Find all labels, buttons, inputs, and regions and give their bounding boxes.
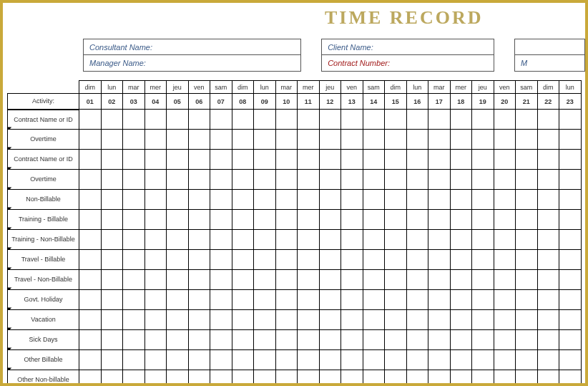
time-cell[interactable] xyxy=(275,350,298,370)
time-cell[interactable] xyxy=(363,250,385,270)
time-cell[interactable] xyxy=(428,150,451,170)
time-cell[interactable] xyxy=(232,350,254,370)
time-cell[interactable] xyxy=(494,290,516,310)
time-cell[interactable] xyxy=(101,210,123,230)
time-cell[interactable] xyxy=(101,250,123,270)
time-cell[interactable] xyxy=(494,170,516,190)
time-cell[interactable] xyxy=(101,110,123,130)
time-cell[interactable] xyxy=(144,270,167,290)
time-cell[interactable] xyxy=(363,230,385,250)
time-cell[interactable] xyxy=(319,310,341,330)
time-cell[interactable] xyxy=(363,290,385,310)
time-cell[interactable] xyxy=(275,170,298,190)
time-cell[interactable] xyxy=(298,250,320,270)
time-cell[interactable] xyxy=(167,190,189,210)
time-cell[interactable] xyxy=(79,110,102,130)
time-cell[interactable] xyxy=(537,170,559,190)
time-cell[interactable] xyxy=(254,230,276,250)
time-cell[interactable] xyxy=(210,190,232,210)
time-cell[interactable] xyxy=(254,170,276,190)
time-cell[interactable] xyxy=(232,190,254,210)
time-cell[interactable] xyxy=(79,170,102,190)
time-cell[interactable] xyxy=(406,310,428,330)
time-cell[interactable] xyxy=(428,230,451,250)
time-cell[interactable] xyxy=(275,150,298,170)
time-cell[interactable] xyxy=(298,290,320,310)
time-cell[interactable] xyxy=(210,230,232,250)
time-cell[interactable] xyxy=(494,310,516,330)
time-cell[interactable] xyxy=(516,290,538,310)
time-cell[interactable] xyxy=(254,110,276,130)
time-cell[interactable] xyxy=(494,190,516,210)
time-cell[interactable] xyxy=(298,230,320,250)
time-cell[interactable] xyxy=(188,170,210,190)
time-cell[interactable] xyxy=(123,330,145,350)
time-cell[interactable] xyxy=(516,130,538,150)
time-cell[interactable] xyxy=(363,310,385,330)
time-cell[interactable] xyxy=(167,130,189,150)
time-cell[interactable] xyxy=(298,190,320,210)
time-cell[interactable] xyxy=(232,130,254,150)
time-cell[interactable] xyxy=(167,230,189,250)
time-cell[interactable] xyxy=(298,170,320,190)
time-cell[interactable] xyxy=(79,350,102,370)
time-cell[interactable] xyxy=(341,330,363,350)
time-cell[interactable] xyxy=(167,250,189,270)
time-cell[interactable] xyxy=(341,350,363,370)
time-cell[interactable] xyxy=(472,210,494,230)
time-cell[interactable] xyxy=(298,130,320,150)
time-cell[interactable] xyxy=(559,190,582,210)
time-cell[interactable] xyxy=(472,370,494,387)
time-cell[interactable] xyxy=(472,190,494,210)
time-cell[interactable] xyxy=(232,150,254,170)
time-cell[interactable] xyxy=(101,190,123,210)
time-cell[interactable] xyxy=(385,350,407,370)
time-cell[interactable] xyxy=(275,110,298,130)
time-cell[interactable] xyxy=(494,270,516,290)
time-cell[interactable] xyxy=(428,130,451,150)
time-cell[interactable] xyxy=(406,270,428,290)
time-cell[interactable] xyxy=(123,310,145,330)
time-cell[interactable] xyxy=(516,150,538,170)
time-cell[interactable] xyxy=(494,210,516,230)
time-cell[interactable] xyxy=(79,310,102,330)
time-cell[interactable] xyxy=(254,250,276,270)
time-cell[interactable] xyxy=(363,150,385,170)
time-cell[interactable] xyxy=(363,130,385,150)
time-cell[interactable] xyxy=(232,210,254,230)
time-cell[interactable] xyxy=(406,370,428,387)
time-cell[interactable] xyxy=(319,150,341,170)
time-cell[interactable] xyxy=(275,290,298,310)
time-cell[interactable] xyxy=(188,230,210,250)
time-cell[interactable] xyxy=(298,310,320,330)
time-cell[interactable] xyxy=(254,270,276,290)
time-cell[interactable] xyxy=(319,170,341,190)
time-cell[interactable] xyxy=(144,170,167,190)
time-cell[interactable] xyxy=(559,350,582,370)
time-cell[interactable] xyxy=(385,130,407,150)
time-cell[interactable] xyxy=(254,330,276,350)
time-cell[interactable] xyxy=(254,350,276,370)
time-cell[interactable] xyxy=(363,350,385,370)
time-cell[interactable] xyxy=(385,230,407,250)
time-cell[interactable] xyxy=(494,370,516,387)
time-cell[interactable] xyxy=(450,330,472,350)
time-cell[interactable] xyxy=(123,170,145,190)
time-cell[interactable] xyxy=(537,270,559,290)
time-cell[interactable] xyxy=(537,330,559,350)
time-cell[interactable] xyxy=(101,370,123,387)
time-cell[interactable] xyxy=(319,110,341,130)
time-cell[interactable] xyxy=(210,310,232,330)
time-cell[interactable] xyxy=(123,250,145,270)
time-cell[interactable] xyxy=(363,170,385,190)
time-cell[interactable] xyxy=(123,110,145,130)
time-cell[interactable] xyxy=(494,150,516,170)
time-cell[interactable] xyxy=(167,330,189,350)
time-cell[interactable] xyxy=(494,230,516,250)
time-cell[interactable] xyxy=(428,250,451,270)
time-cell[interactable] xyxy=(537,110,559,130)
time-cell[interactable] xyxy=(363,330,385,350)
time-cell[interactable] xyxy=(450,370,472,387)
time-cell[interactable] xyxy=(385,250,407,270)
time-cell[interactable] xyxy=(341,170,363,190)
